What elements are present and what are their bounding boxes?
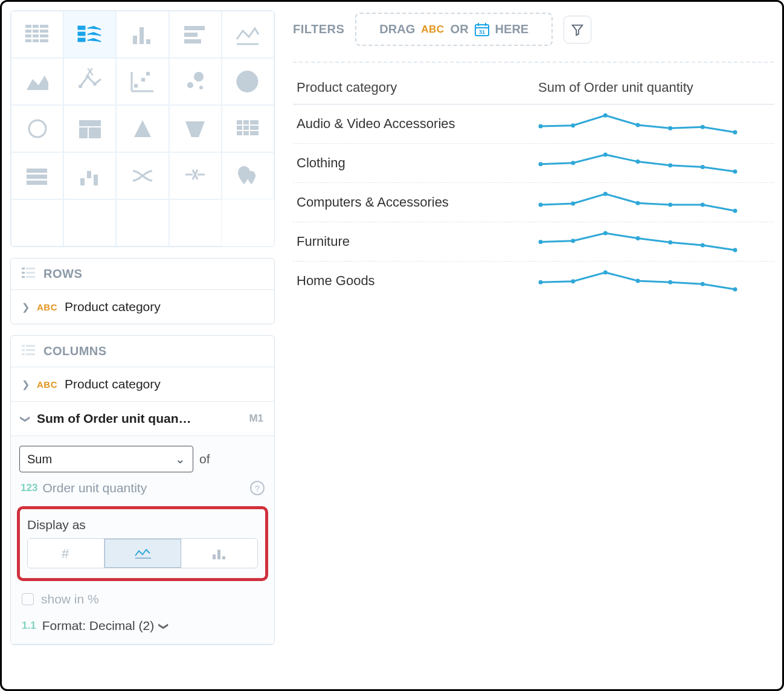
sparkline [538,231,737,252]
svg-point-103 [636,201,640,205]
format-row[interactable]: 1.1 Format: Decimal (2) ❯ [19,610,266,644]
aggregation-select[interactable]: Sum ⌄ [19,446,193,472]
chart-type-hbar[interactable] [169,11,222,58]
svg-marker-40 [185,121,205,137]
svg-rect-49 [250,131,259,135]
svg-text:31: 31 [479,29,485,35]
display-as-number[interactable]: # [28,539,104,568]
svg-point-93 [539,162,543,166]
chart-type-combo[interactable]: X [63,58,116,105]
row-category: Computers & Accessories [297,194,538,210]
chart-type-funnel[interactable] [169,105,222,152]
svg-rect-57 [87,171,91,178]
svg-point-106 [733,209,737,213]
svg-rect-3 [25,30,31,33]
chart-type-treemap[interactable] [63,105,116,152]
rows-item-product-category[interactable]: ❯ ABC Product category [11,290,274,324]
sparkline [538,152,737,174]
chart-type-waterfall[interactable] [63,152,116,199]
svg-rect-53 [34,175,47,179]
svg-rect-44 [237,126,242,130]
svg-rect-1 [33,25,39,28]
svg-rect-55 [42,181,47,185]
filter-button[interactable] [564,16,591,43]
svg-point-107 [539,240,543,244]
table-row[interactable]: Furniture [293,222,774,262]
svg-rect-43 [250,120,259,124]
svg-point-32 [194,72,204,82]
columns-item-measure[interactable]: ❯ Sum of Order unit quan… M1 [11,402,274,436]
svg-point-97 [668,163,672,167]
table-row[interactable]: Audio & Video Accessories [293,104,774,144]
table-row[interactable]: Computers & Accessories [293,183,774,222]
svg-point-116 [603,271,608,275]
divider [293,62,774,63]
svg-rect-17 [146,39,150,44]
columns-item-product-category[interactable]: ❯ ABC Product category [11,367,274,402]
abc-tag: ABC [37,379,57,390]
svg-point-101 [571,202,575,206]
svg-rect-2 [40,25,48,28]
chart-type-bar[interactable] [116,11,169,58]
chart-type-donut[interactable] [11,105,63,152]
chart-type-area[interactable] [11,58,63,105]
config-panel: X ROWS ❯ ABC Product category COLUMNS [10,10,275,681]
chart-type-pie[interactable] [222,58,274,105]
rows-title: ROWS [43,267,82,281]
svg-point-114 [539,280,543,284]
chevron-down-icon: ⌄ [175,452,185,466]
aggregation-value: Sum [27,452,52,466]
svg-point-112 [701,243,705,248]
calendar-icon: 31 [475,23,489,36]
chart-type-sankey[interactable] [116,152,169,199]
svg-rect-12 [78,26,85,30]
svg-rect-11 [40,39,48,42]
header-measure: Sum of Order unit quantity [538,80,693,95]
chevron-down-icon: ❯ [158,622,170,630]
filter-dropzone[interactable]: DRAG ABC OR 31 HERE [355,13,553,46]
chart-type-heatmap[interactable] [222,105,274,152]
show-percent-label: show in % [41,592,99,606]
svg-point-119 [701,282,705,286]
svg-point-104 [668,203,672,207]
display-as-sparkline[interactable] [104,539,182,568]
checkbox-icon[interactable] [22,593,34,605]
show-percent-row[interactable]: show in % [19,581,266,610]
svg-point-94 [571,161,575,165]
chart-type-scatter[interactable] [116,58,169,105]
chart-type-pyramid[interactable] [116,105,169,152]
chevron-right-icon: ❯ [22,301,30,313]
svg-point-89 [636,123,640,127]
svg-point-90 [668,126,672,130]
svg-rect-70 [22,345,25,347]
chart-type-parallel[interactable] [169,152,222,199]
svg-rect-7 [33,34,39,37]
chart-type-sparkline-table[interactable] [63,11,116,58]
svg-rect-80 [222,556,225,559]
svg-point-108 [571,239,575,243]
table-row[interactable]: Clothing [293,144,774,183]
svg-rect-4 [33,30,39,33]
chart-type-stacked-bar[interactable] [11,152,63,199]
chart-type-bubble[interactable] [169,58,222,105]
table-row[interactable]: Home Goods [293,262,774,300]
help-icon[interactable]: ? [250,481,265,495]
svg-point-25 [93,82,97,86]
drag-text: DRAG [379,22,415,36]
chart-type-table[interactable] [11,11,63,58]
display-as-segmented: # [27,538,258,568]
svg-rect-19 [184,33,198,37]
chart-type-map[interactable] [222,152,274,199]
display-as-bars[interactable] [181,539,257,568]
svg-rect-20 [184,39,201,43]
svg-rect-54 [27,181,42,185]
columns-shelf: COLUMNS ❯ ABC Product category ❯ Sum of … [10,335,275,645]
svg-point-88 [603,114,608,118]
grip-icon [22,345,35,358]
chart-type-line[interactable] [222,11,274,58]
sparkline [538,113,737,135]
svg-rect-56 [80,178,85,185]
svg-rect-72 [22,349,25,351]
svg-rect-6 [25,34,31,37]
svg-rect-15 [133,36,137,44]
